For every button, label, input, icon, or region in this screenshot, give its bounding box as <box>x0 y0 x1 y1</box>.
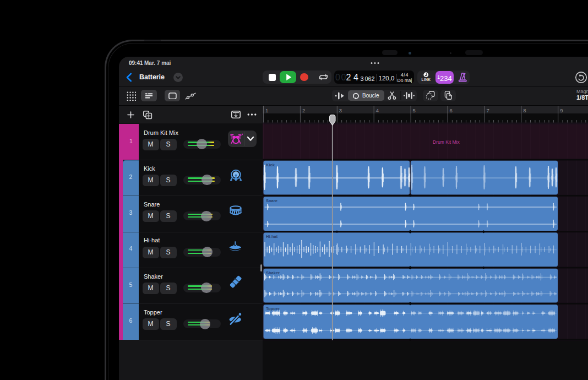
svg-text:Snare: Snare <box>266 198 277 203</box>
svg-text:Shaker: Shaker <box>266 270 280 275</box>
svg-text:9: 9 <box>560 107 563 113</box>
svg-text:1: 1 <box>265 107 268 113</box>
svg-text:Drum Kit Mix: Drum Kit Mix <box>433 139 460 145</box>
svg-text:8: 8 <box>523 107 526 113</box>
svg-text:Hi-hat: Hi-hat <box>266 234 278 239</box>
svg-text:Kick: Kick <box>266 162 275 167</box>
svg-text:6: 6 <box>450 107 453 113</box>
svg-text:5: 5 <box>413 107 416 113</box>
svg-text:7: 7 <box>486 107 489 113</box>
svg-text:3: 3 <box>339 107 342 113</box>
svg-text:2: 2 <box>302 107 305 113</box>
svg-text:4: 4 <box>376 107 379 113</box>
